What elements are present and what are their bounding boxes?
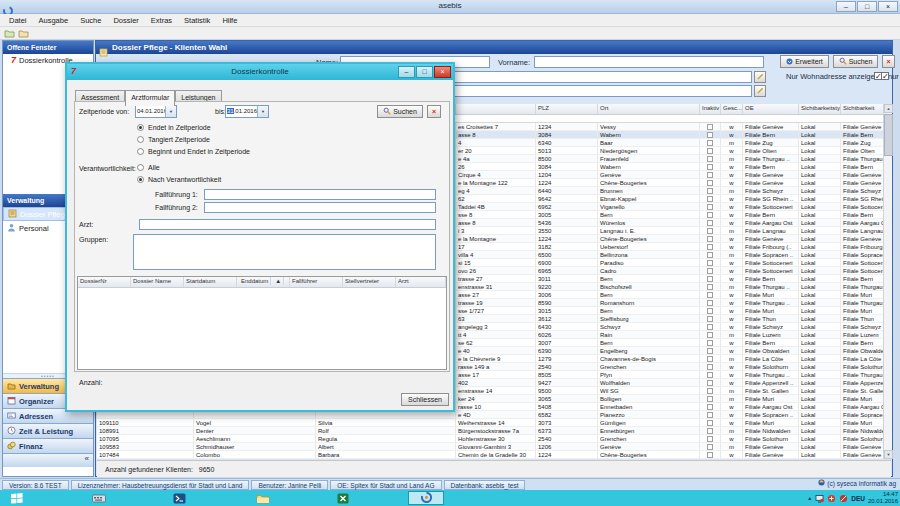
inaktiv-checkbox[interactable]: [707, 444, 713, 450]
col-header-sichtbarkeitstyp[interactable]: Sichtbarkeitstyp: [799, 104, 841, 114]
inaktiv-checkbox[interactable]: [707, 292, 713, 298]
inaktiv-checkbox[interactable]: [707, 132, 713, 138]
inaktiv-checkbox[interactable]: [707, 364, 713, 370]
inaktiv-checkbox[interactable]: [707, 268, 713, 274]
inaktiv-checkbox[interactable]: [707, 188, 713, 194]
col-header[interactable]: [456, 104, 536, 114]
col-header-plz[interactable]: PLZ: [536, 104, 598, 114]
table-row[interactable]: 109110 Vogel Silvia Weiherstrasse 14 307…: [97, 419, 891, 427]
inaktiv-checkbox[interactable]: [707, 404, 713, 410]
language-indicator[interactable]: DEU: [851, 495, 865, 502]
restore-button[interactable]: □: [857, 1, 877, 12]
inaktiv-checkbox[interactable]: [707, 348, 713, 354]
inaktiv-checkbox[interactable]: [707, 204, 713, 210]
inaktiv-checkbox[interactable]: [707, 412, 713, 418]
explorer-folder-icon[interactable]: [252, 492, 274, 504]
fallfuehrung2-input[interactable]: [204, 202, 436, 213]
chevron-down-icon[interactable]: ▼: [165, 106, 176, 117]
inaktiv-checkbox[interactable]: [707, 124, 713, 130]
col-header-oe[interactable]: OE: [743, 104, 799, 114]
menu-item[interactable]: Statistik: [179, 15, 215, 26]
radio-endet[interactable]: Endet in Zeitperiode: [137, 124, 211, 131]
scrollbar-thumb[interactable]: [884, 114, 893, 156]
col-header-inaktiv[interactable]: Inaktiv: [700, 104, 721, 114]
tray-expand-icon[interactable]: ▲: [807, 495, 812, 501]
asebis-taskbar-button[interactable]: [408, 491, 444, 505]
inaktiv-checkbox[interactable]: [707, 380, 713, 386]
suchen-button[interactable]: Suchen: [833, 55, 878, 68]
vertical-scrollbar[interactable]: ▲ ▼: [883, 104, 892, 459]
excel-icon[interactable]: [332, 492, 354, 504]
col-dossiernr[interactable]: DossierNr: [78, 277, 131, 287]
close-button[interactable]: ×: [878, 1, 898, 12]
tray-alert-icon[interactable]: [839, 489, 848, 506]
chevron-down-icon[interactable]: ▼: [257, 106, 268, 117]
minimize-button[interactable]: –: [836, 1, 856, 12]
dialog-minimize-button[interactable]: –: [398, 66, 415, 78]
dialog-maximize-button[interactable]: □: [416, 66, 433, 78]
date-from-input[interactable]: 04.01.2016 ▼: [135, 105, 177, 118]
table-row[interactable]: 107484 Colombo Barbara Chemin de la Grad…: [97, 451, 891, 459]
inaktiv-checkbox[interactable]: [707, 420, 713, 426]
inaktiv-checkbox[interactable]: [707, 276, 713, 282]
inaktiv-checkbox[interactable]: [707, 172, 713, 178]
inaktiv-checkbox[interactable]: [707, 372, 713, 378]
table-row[interactable]: 108991 Denier Rolf Bürgenstockstrasse 7a…: [97, 427, 891, 435]
inaktiv-checkbox[interactable]: [707, 140, 713, 146]
collapse-chevron-icon[interactable]: «: [3, 453, 93, 467]
clear-search-button[interactable]: ×: [882, 55, 895, 68]
inaktiv-checkbox[interactable]: [707, 156, 713, 162]
clock[interactable]: 14:47 20.01.2016: [868, 491, 898, 505]
col-dossier-name[interactable]: Dossier Name: [131, 277, 184, 287]
inaktiv-checkbox[interactable]: [707, 244, 713, 250]
inaktiv-checkbox[interactable]: [707, 148, 713, 154]
inaktiv-checkbox[interactable]: [707, 164, 713, 170]
inaktiv-checkbox[interactable]: [707, 212, 713, 218]
vorname-input[interactable]: [534, 56, 764, 68]
table-row[interactable]: 109583 Schmidhauser Albert Giovanni-Gamb…: [97, 443, 891, 451]
tab-arztformular[interactable]: Arztformular: [125, 90, 175, 106]
inaktiv-checkbox[interactable]: [707, 260, 713, 266]
table-row[interactable]: e 4D 6582 Pianezzo w Filiale Sopracen ..…: [97, 411, 891, 419]
col-arzt[interactable]: Arzt: [396, 277, 446, 287]
inaktiv-checkbox[interactable]: [707, 252, 713, 258]
scroll-down-icon[interactable]: ▼: [884, 450, 893, 459]
radio-beginnt-endet[interactable]: Beginnt und Endet in Zeitperiode: [137, 148, 250, 155]
inaktiv-checkbox[interactable]: [707, 284, 713, 290]
inaktiv-checkbox[interactable]: [707, 396, 713, 402]
nav-zeit-leistung[interactable]: Zeit & Leistung: [3, 423, 93, 438]
col-stellvertreter[interactable]: Stellvertreter: [343, 277, 396, 287]
arzt-input[interactable]: [139, 219, 436, 230]
edit-button-2[interactable]: [754, 85, 766, 97]
inaktiv-checkbox[interactable]: [707, 228, 713, 234]
inaktiv-checkbox[interactable]: [707, 340, 713, 346]
inaktiv-checkbox[interactable]: [707, 180, 713, 186]
table-row[interactable]: 107095 Aeschlimann Regula Hohlenstrasse …: [97, 435, 891, 443]
dialog-close-button[interactable]: ×: [434, 66, 451, 78]
col-header-ort[interactable]: Ort: [598, 104, 700, 114]
dialog-suchen-button[interactable]: Suchen: [377, 105, 423, 118]
inaktiv-checkbox[interactable]: [707, 324, 713, 330]
inaktiv-checkbox[interactable]: [707, 196, 713, 202]
inaktiv-checkbox[interactable]: [707, 308, 713, 314]
tray-display-icon[interactable]: [815, 489, 824, 506]
dialog-clear-button[interactable]: ×: [427, 105, 441, 118]
edit-button-1[interactable]: [754, 71, 766, 83]
date-to-input[interactable]: 31.01.2016 ▼: [225, 105, 269, 118]
inaktiv-checkbox[interactable]: [707, 356, 713, 362]
inaktiv-checkbox[interactable]: [707, 236, 713, 242]
erweitert-button[interactable]: Erweitert: [780, 55, 829, 68]
start-button[interactable]: [6, 492, 28, 504]
col-header-geschlecht[interactable]: Gesc...: [721, 104, 743, 114]
keyboard-icon[interactable]: [88, 492, 110, 504]
inaktiv-checkbox[interactable]: [707, 436, 713, 442]
menu-item[interactable]: Extras: [146, 15, 177, 26]
menu-item[interactable]: Ausgabe: [34, 15, 74, 26]
gruppen-textarea[interactable]: [133, 234, 436, 270]
radio-alle[interactable]: Alle: [137, 164, 160, 171]
radio-nach-verantwortlichkeit[interactable]: Nach Verantwortlichkeit: [137, 176, 221, 183]
col-startdatum[interactable]: Startdatum: [184, 277, 237, 287]
inaktiv-checkbox[interactable]: [707, 428, 713, 434]
aktive-checkbox[interactable]: [881, 72, 889, 80]
radio-tangiert[interactable]: Tangiert Zeitperiode: [137, 136, 210, 143]
